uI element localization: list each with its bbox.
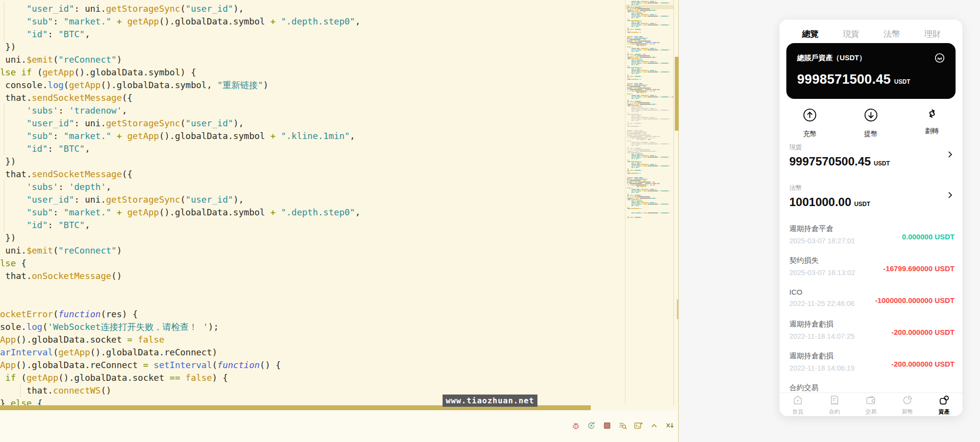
code-line[interactable]: }): [0, 232, 625, 244]
tab-1[interactable]: 現貨: [843, 28, 859, 40]
balance-card: 總賬戶資產（USDT） 9998571500.45 USDT: [786, 43, 956, 99]
clear-and-close-icon[interactable]: [665, 421, 674, 430]
history-row[interactable]: 契约損失2025-03-07 16:13:02-16799.690000 USD…: [789, 256, 955, 283]
history-row[interactable]: ICO2022-11-25 22:46:06-1000000.000000 US…: [789, 288, 955, 315]
total-balance-value: 9998571500.45: [797, 72, 891, 87]
account-row-1[interactable]: 法幣1001000.00USDT: [789, 184, 955, 209]
debug-bug-icon[interactable]: [571, 421, 580, 430]
code-line[interactable]: App().globalData.reConnect = setInterval…: [0, 359, 625, 372]
indent-guide: [4, 104, 4, 117]
code-line[interactable]: "id": "BTC",: [0, 142, 625, 155]
history-amount: 0.000000 USDT: [902, 233, 955, 241]
code-line[interactable]: [0, 295, 625, 308]
code-line[interactable]: if (getApp().globalData.socket == false)…: [0, 372, 625, 384]
code-line[interactable]: "sub": "market." + getApp().globalData.s…: [0, 15, 625, 28]
nav-label: 合約: [829, 408, 840, 416]
wallet-app-panel: 總覽現貨法幣理財 總賬戶資產（USDT） 9998571500.45 USDT …: [780, 20, 962, 416]
code-line[interactable]: "user_id": uni.getStorageSync("user_id")…: [0, 2, 625, 15]
account-unit: USDT: [874, 160, 890, 167]
nav-item-home[interactable]: 首頁: [780, 393, 816, 416]
code-line[interactable]: lse {: [0, 257, 625, 270]
code-line[interactable]: 'subs': 'tradenow',: [0, 104, 625, 117]
hide-balance-icon[interactable]: [935, 53, 945, 63]
tab-0[interactable]: 總覽: [802, 28, 819, 40]
transfer-button[interactable]: 劃轉: [901, 108, 962, 139]
code-line[interactable]: uni.$emit("reConnect"): [0, 244, 625, 257]
nav-label: 首頁: [792, 408, 803, 416]
indent-guide: [4, 142, 4, 155]
deposit-button[interactable]: 充幣: [780, 108, 841, 139]
history-amount: -200.000000 USDT: [891, 328, 955, 336]
withdraw-button[interactable]: 提幣: [841, 108, 902, 139]
nav-label: 新幣: [902, 408, 913, 416]
history-amount: -16799.690000 USDT: [883, 264, 955, 273]
scrollbar-mark: [677, 300, 678, 319]
action-label: 劃轉: [925, 127, 939, 136]
transfer-icon: [926, 108, 938, 121]
tab-3[interactable]: 理財: [924, 28, 941, 40]
code-area[interactable]: "user_id": uni.getStorageSync("user_id")…: [0, 0, 625, 405]
code-line[interactable]: sole.log('WebSocket连接打开失败，请检查！ ');: [0, 321, 625, 333]
nav-item-newcoin[interactable]: 新幣: [889, 393, 926, 416]
new-terminal-icon[interactable]: [634, 421, 643, 430]
total-balance-unit: USDT: [894, 78, 911, 85]
tab-2[interactable]: 法幣: [884, 28, 900, 40]
code-line[interactable]: 'subs': 'depth',: [0, 181, 625, 193]
vertical-scrollbar-thumb[interactable]: [675, 57, 679, 131]
account-label: 現貨: [789, 143, 955, 152]
withdraw-icon: [864, 108, 878, 124]
indent-guide: [4, 27, 4, 41]
action-label: 提幣: [864, 130, 878, 139]
indent-guide: [4, 218, 4, 232]
minimap[interactable]: [625, 0, 674, 405]
chevron-right-icon[interactable]: [945, 190, 955, 200]
code-line[interactable]: that.sendSocketMessage({: [0, 168, 625, 181]
code-line[interactable]: "id": "BTC",: [0, 28, 625, 41]
code-line[interactable]: [0, 282, 625, 295]
history-row[interactable]: 週期持倉虧損2022-11-18 14:06:19-200.000000 USD…: [789, 351, 955, 379]
code-line[interactable]: "user_id": uni.getStorageSync("user_id")…: [0, 193, 625, 206]
nav-label: 交易: [865, 408, 876, 416]
deposit-icon: [802, 108, 817, 124]
code-line[interactable]: App().globalData.socket = false: [0, 333, 625, 346]
newcoin-icon: [902, 395, 913, 408]
history-row[interactable]: 週期持倉平倉2025-03-07 18:27:010.000000 USDT: [789, 224, 955, 252]
code-line[interactable]: "id": "BTC",: [0, 219, 625, 232]
indent-guide: [4, 116, 4, 130]
code-line[interactable]: ocketError(function(res) {: [0, 308, 625, 321]
code-line[interactable]: console.log(getApp().globalData.symbol, …: [0, 79, 625, 92]
nav-item-trade[interactable]: 交易: [853, 393, 890, 416]
nav-label: 資產: [938, 408, 950, 416]
indent-guide: [20, 384, 21, 397]
contract-icon: [829, 395, 840, 408]
restart-icon[interactable]: [587, 421, 596, 430]
history-row[interactable]: 週期持倉虧損2022-11-18 14:07:25-200.000000 USD…: [789, 320, 955, 347]
indent-guide: [4, 15, 4, 28]
code-line[interactable]: "sub": "market." + getApp().globalData.s…: [0, 206, 625, 219]
indent-guide: [4, 2, 4, 15]
nav-item-assets[interactable]: 資產: [926, 393, 962, 416]
search-logs-icon[interactable]: [618, 421, 627, 430]
chevron-right-icon[interactable]: [945, 150, 955, 159]
code-line[interactable]: uni.$emit("reConnect"): [0, 53, 625, 66]
code-line[interactable]: }): [0, 155, 625, 168]
balance-card-label: 總賬戶資產（USDT）: [797, 53, 866, 63]
collapse-panel-icon[interactable]: [649, 421, 659, 430]
code-line[interactable]: that.onSocketMessage(): [0, 270, 625, 282]
assets-icon: [938, 395, 950, 408]
nav-item-contract[interactable]: 合約: [816, 393, 853, 416]
code-line[interactable]: arInterval(getApp().globalData.reConnect…: [0, 346, 625, 359]
home-icon: [792, 395, 803, 408]
watermark: www.tiaozhuan.net: [443, 395, 537, 407]
stop-icon[interactable]: [602, 421, 612, 430]
history-amount: -1000000.000000 USDT: [875, 296, 955, 304]
code-line[interactable]: }): [0, 41, 625, 53]
indent-guide: [4, 129, 4, 142]
code-line[interactable]: that.sendSocketMessage({: [0, 92, 625, 104]
code-line[interactable]: lse if (getApp().globalData.symbol) {: [0, 66, 625, 79]
account-row-0[interactable]: 現貨9997570500.45USDT: [789, 143, 955, 168]
code-editor[interactable]: "user_id": uni.getStorageSync("user_id")…: [0, 0, 679, 442]
indent-guide: [4, 206, 4, 219]
code-line[interactable]: "sub": "market." + getApp().globalData.s…: [0, 130, 625, 142]
code-line[interactable]: "user_id": uni.getStorageSync("user_id")…: [0, 117, 625, 130]
